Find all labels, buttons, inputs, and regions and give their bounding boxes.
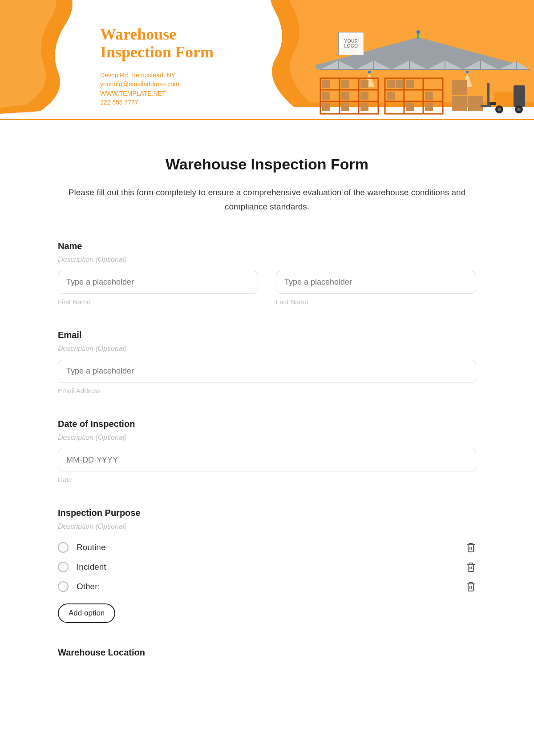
radio-circle-icon[interactable] <box>58 581 69 592</box>
svg-rect-40 <box>396 80 403 88</box>
last-name-sublabel: Last Name <box>276 298 476 306</box>
svg-rect-30 <box>360 92 368 100</box>
svg-point-2 <box>417 30 420 34</box>
svg-rect-39 <box>387 80 395 88</box>
svg-point-55 <box>498 108 501 111</box>
radio-label: Incident <box>77 562 465 572</box>
svg-rect-33 <box>360 103 368 111</box>
radio-circle-icon[interactable] <box>58 562 69 572</box>
radio-label: Other: <box>77 582 465 591</box>
intro-text: Please fill out this form completely to … <box>58 185 476 214</box>
first-name-input[interactable] <box>58 271 258 294</box>
template-title: Warehouse Inspection Form <box>100 26 214 61</box>
radio-label: Routine <box>77 543 465 552</box>
decorative-blob-left <box>0 0 98 116</box>
purpose-desc[interactable]: Description (Optional) <box>58 523 476 531</box>
date-desc[interactable]: Description (Optional) <box>58 434 476 442</box>
email-sublabel: Email Address <box>58 387 476 394</box>
email-field-group: Email Description (Optional) Email Addre… <box>58 330 476 394</box>
svg-rect-46 <box>452 96 467 111</box>
template-header: Warehouse Inspection Form Devon Rd, Hemp… <box>0 0 534 120</box>
name-field-group: Name Description (Optional) First Name L… <box>58 241 476 306</box>
address: Devon Rd, Hempstead, NY <box>100 71 214 80</box>
svg-rect-32 <box>341 103 349 111</box>
svg-point-57 <box>517 108 521 111</box>
date-label: Date of Inspection <box>58 419 476 429</box>
svg-rect-29 <box>341 92 349 100</box>
title-line2: Inspection Form <box>100 43 214 61</box>
purpose-field-group: Inspection Purpose Description (Optional… <box>58 508 476 623</box>
email-input[interactable] <box>58 360 476 382</box>
form-content: Warehouse Inspection Form Please fill ou… <box>0 120 534 676</box>
svg-rect-28 <box>322 92 330 100</box>
radio-option-incident[interactable]: Incident <box>58 557 476 577</box>
svg-rect-49 <box>494 92 516 107</box>
radio-option-routine[interactable]: Routine <box>58 538 476 557</box>
logo-text: YOUR LOGO <box>339 39 364 48</box>
svg-rect-45 <box>425 103 433 111</box>
svg-point-16 <box>368 71 371 73</box>
svg-rect-53 <box>481 105 491 107</box>
trash-icon[interactable] <box>465 581 476 592</box>
name-label: Name <box>58 241 476 251</box>
date-field-group: Date of Inspection Description (Optional… <box>58 419 476 483</box>
trash-icon[interactable] <box>465 542 476 553</box>
phone: 222 555 7777 <box>100 98 214 107</box>
svg-rect-31 <box>322 103 330 111</box>
svg-rect-42 <box>387 92 395 100</box>
svg-rect-26 <box>341 80 349 88</box>
first-name-sublabel: First Name <box>58 298 258 306</box>
svg-rect-50 <box>514 85 525 107</box>
date-input[interactable] <box>58 449 476 471</box>
location-label: Warehouse Location <box>58 647 476 658</box>
svg-rect-27 <box>360 80 368 88</box>
contact-email: yourinfo@emailaddress.com <box>100 80 214 88</box>
name-desc[interactable]: Description (Optional) <box>58 256 476 264</box>
svg-rect-44 <box>406 103 414 111</box>
trash-icon[interactable] <box>465 562 476 572</box>
add-option-button[interactable]: Add option <box>58 603 115 623</box>
page-title: Warehouse Inspection Form <box>58 156 476 173</box>
header-text-block: Warehouse Inspection Form Devon Rd, Hemp… <box>100 26 214 107</box>
svg-rect-52 <box>487 83 490 107</box>
last-name-input[interactable] <box>276 271 476 294</box>
radio-option-other[interactable]: Other: <box>58 577 476 596</box>
purpose-label: Inspection Purpose <box>58 508 476 518</box>
date-sublabel: Date <box>58 476 476 483</box>
svg-rect-51 <box>490 102 496 105</box>
website: WWW.TEMPLATE.NET <box>100 89 214 98</box>
svg-rect-47 <box>452 80 467 95</box>
email-label: Email <box>58 330 476 340</box>
title-line1: Warehouse <box>100 25 176 43</box>
radio-circle-icon[interactable] <box>58 542 69 553</box>
svg-rect-41 <box>406 80 414 88</box>
svg-point-18 <box>466 71 469 73</box>
contact-info: Devon Rd, Hempstead, NY yourinfo@emailad… <box>100 71 214 107</box>
svg-marker-1 <box>417 33 419 39</box>
logo-placeholder: YOUR LOGO <box>338 32 364 55</box>
svg-rect-25 <box>322 80 330 88</box>
warehouse-illustration <box>303 29 534 118</box>
svg-rect-43 <box>425 92 433 100</box>
email-desc[interactable]: Description (Optional) <box>58 345 476 353</box>
svg-rect-48 <box>468 96 483 111</box>
